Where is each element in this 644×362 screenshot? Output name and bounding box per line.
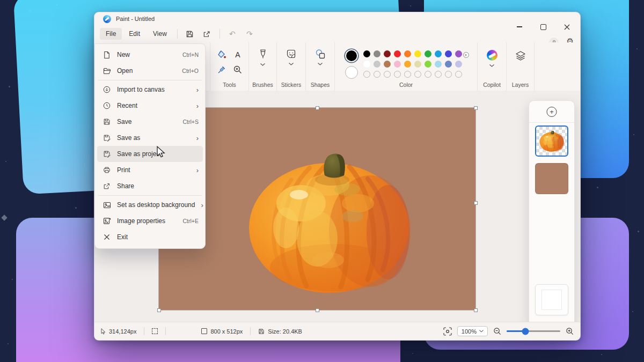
- file-menu-item-exit[interactable]: Exit: [95, 229, 205, 245]
- text-tool-icon[interactable]: A: [233, 50, 243, 60]
- palette-empty-swatch[interactable]: [384, 71, 391, 78]
- palette-color-swatch[interactable]: [384, 50, 391, 57]
- title-bar[interactable]: Paint - Untitled: [94, 12, 580, 25]
- palette-color-swatch[interactable]: [394, 61, 401, 68]
- stickers-label: Stickers: [277, 82, 305, 88]
- palette-color-swatch[interactable]: [455, 61, 462, 68]
- statusbar-divider: [250, 327, 251, 335]
- menu-edit[interactable]: Edit: [123, 28, 146, 40]
- palette-color-swatch[interactable]: [435, 61, 442, 68]
- zoom-slider[interactable]: [507, 330, 560, 332]
- file-menu-item-open[interactable]: Open Ctrl+O: [95, 63, 205, 79]
- palette-color-swatch[interactable]: [394, 50, 401, 57]
- tools-label: Tools: [210, 82, 248, 88]
- palette-color-swatch[interactable]: [374, 61, 380, 68]
- zoom-in-icon[interactable]: [566, 327, 574, 335]
- fit-to-screen-icon[interactable]: [443, 327, 452, 336]
- palette-empty-swatch[interactable]: [374, 71, 380, 78]
- file-menu-item-save-as-project[interactable]: Save as project: [97, 146, 203, 162]
- selection-handle-bottom-center[interactable]: [316, 308, 319, 312]
- palette-color-swatch[interactable]: [414, 61, 421, 68]
- palette-empty-swatch[interactable]: [425, 71, 431, 78]
- shapes-icon: [315, 49, 326, 59]
- wallpaper-speck: [597, 187, 598, 188]
- palette-color-swatch[interactable]: [435, 50, 442, 57]
- drawing-canvas[interactable]: [159, 108, 475, 310]
- file-menu-item-save-as[interactable]: Save as ›: [95, 130, 205, 146]
- eyedropper-icon[interactable]: [217, 65, 226, 75]
- palette-color-swatch[interactable]: [445, 61, 452, 68]
- palette-color-swatch[interactable]: [414, 50, 421, 57]
- palette-empty-swatch[interactable]: [394, 71, 401, 78]
- layer-thumbnail-background[interactable]: [535, 284, 568, 315]
- brushes-button[interactable]: Brushes: [248, 42, 276, 91]
- file-menu-item-new[interactable]: New Ctrl+N: [95, 47, 205, 63]
- palette-empty-swatch[interactable]: [435, 71, 442, 78]
- palette-color-swatch[interactable]: [445, 50, 452, 57]
- file-menu-item-import-to-canvas[interactable]: Import to canvas ›: [95, 82, 205, 98]
- wallpaper-speck: [75, 207, 77, 209]
- menu-divider: [98, 80, 202, 80]
- submenu-chevron-icon: ›: [196, 167, 199, 174]
- add-layer-button[interactable]: +: [547, 107, 557, 117]
- desktop-background-icon: [103, 201, 111, 209]
- palette-empty-swatch[interactable]: [404, 71, 411, 78]
- redo-icon[interactable]: ↷: [241, 27, 258, 40]
- selection-size-indicator: [152, 328, 158, 334]
- chevron-down-icon: [260, 63, 265, 66]
- palette-empty-swatch[interactable]: [455, 71, 462, 78]
- palette-empty-swatch[interactable]: [445, 71, 452, 78]
- selection-handle-right-center[interactable]: [474, 201, 478, 205]
- palette-color-swatch[interactable]: [455, 50, 462, 57]
- palette-color-swatch[interactable]: [404, 50, 411, 57]
- palette-empty-swatch[interactable]: [414, 71, 421, 78]
- palette-color-swatch[interactable]: [363, 50, 370, 57]
- palette-color-swatch[interactable]: [404, 61, 411, 68]
- selection-handle-top-center[interactable]: [316, 106, 319, 110]
- share-icon[interactable]: [199, 27, 215, 40]
- zoom-level-dropdown[interactable]: 100%: [457, 326, 488, 336]
- file-menu-item-image-properties[interactable]: Image properties Ctrl+E: [95, 213, 205, 229]
- file-menu-item-print[interactable]: Print ›: [95, 162, 205, 178]
- layers-button[interactable]: Layers: [506, 42, 534, 91]
- zoom-out-icon[interactable]: [493, 327, 501, 335]
- palette-empty-swatch[interactable]: [363, 71, 370, 78]
- fill-bucket-icon[interactable]: [217, 50, 226, 60]
- palette-color-swatch[interactable]: [363, 61, 370, 68]
- palette-color-swatch[interactable]: [425, 50, 431, 57]
- palette-color-swatch[interactable]: [425, 61, 431, 68]
- wallpaper-speck: [8, 343, 9, 344]
- magnifier-tool-icon[interactable]: [233, 65, 243, 75]
- menubar-divider: [219, 29, 220, 39]
- pumpkin-layer-preview: [539, 130, 564, 152]
- save-icon[interactable]: [182, 27, 198, 40]
- mouse-cursor: [156, 146, 165, 158]
- file-menu-item-share[interactable]: Share: [95, 178, 205, 194]
- canvas-size-icon: [201, 328, 207, 334]
- palette-color-swatch[interactable]: [374, 50, 380, 57]
- file-menu-item-set-as-desktop-background[interactable]: Set as desktop background ›: [95, 197, 205, 213]
- file-menu-item-save[interactable]: Save Ctrl+S: [95, 114, 205, 130]
- layer-thumbnail-canvas-color[interactable]: [535, 163, 568, 194]
- selection-handle-bottom-left[interactable]: [157, 308, 161, 312]
- background-color-swatch[interactable]: [345, 66, 358, 79]
- undo-icon[interactable]: ↶: [224, 27, 240, 40]
- copilot-icon: [487, 50, 497, 61]
- menu-file[interactable]: File: [100, 28, 122, 40]
- paint-window: Paint - Untitled File Edit View: [94, 12, 581, 341]
- open-folder-icon: [103, 67, 111, 75]
- layer-thumbnail-pumpkin[interactable]: [535, 125, 568, 157]
- foreground-color-swatch[interactable]: [345, 49, 358, 62]
- image-properties-icon: [103, 217, 111, 225]
- share-icon: [103, 182, 111, 190]
- chevron-down-icon: [289, 63, 294, 65]
- palette-color-swatch[interactable]: [384, 61, 391, 68]
- zoom-slider-thumb[interactable]: [522, 328, 529, 335]
- selection-handle-bottom-right[interactable]: [474, 308, 478, 312]
- selection-handle-top-right[interactable]: [474, 106, 478, 110]
- shapes-button[interactable]: Shapes: [305, 42, 334, 91]
- copilot-button[interactable]: Copilot: [477, 42, 506, 91]
- stickers-button[interactable]: Stickers: [276, 42, 305, 91]
- file-menu-item-recent[interactable]: Recent ›: [95, 98, 205, 114]
- menu-view[interactable]: View: [147, 28, 173, 40]
